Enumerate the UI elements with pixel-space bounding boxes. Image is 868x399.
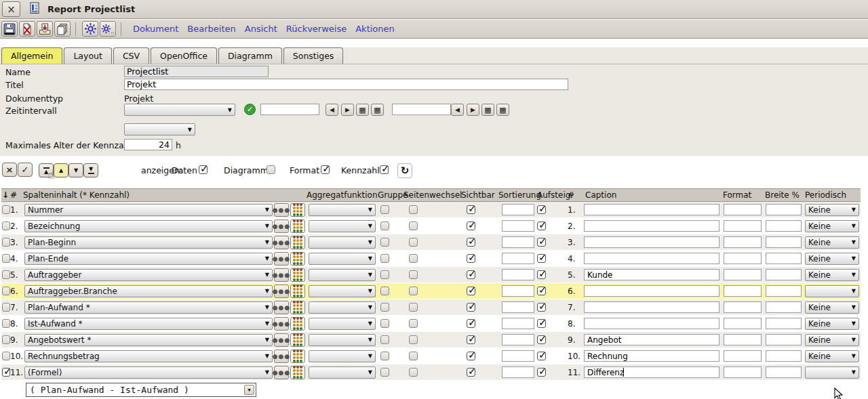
kennzahl-checkbox[interactable] — [380, 165, 389, 174]
periodisch-select[interactable]: ▼ — [805, 366, 859, 379]
seitenwechsel-checkbox[interactable] — [409, 335, 418, 344]
caption-input[interactable] — [584, 366, 719, 378]
format-input[interactable] — [724, 236, 762, 248]
sichtbar-checkbox[interactable] — [467, 238, 475, 247]
spalteninhalt-select[interactable]: Auftraggeber▼ — [24, 269, 273, 281]
periodisch-select[interactable]: Keine▼ — [805, 204, 859, 216]
periodisch-select[interactable]: Keine▼ — [805, 253, 859, 265]
ellipsis-button[interactable]: ●●● — [274, 219, 289, 233]
ellipsis-button[interactable]: ●●● — [274, 333, 289, 347]
format-input[interactable] — [724, 285, 762, 297]
configure-more-button[interactable]: .. — [100, 21, 116, 37]
caption-input[interactable] — [584, 269, 719, 280]
aggregatfunktion-select[interactable]: ▼ — [309, 236, 376, 249]
breite-input[interactable] — [766, 253, 802, 264]
row-select-checkbox[interactable] — [2, 254, 10, 263]
gruppe-checkbox[interactable] — [380, 254, 389, 263]
aufsteig-checkbox[interactable] — [537, 352, 546, 360]
row-select-checkbox[interactable] — [2, 270, 10, 279]
row-select-checkbox[interactable] — [2, 238, 10, 247]
format-input[interactable] — [724, 334, 762, 345]
sichtbar-checkbox[interactable] — [467, 352, 475, 360]
date-from-input[interactable] — [260, 104, 319, 115]
move-bottom-button[interactable]: ▼ — [83, 163, 98, 177]
periodisch-select[interactable]: Keine▼ — [805, 220, 859, 232]
aggregatfunktion-select[interactable]: ▼ — [309, 269, 376, 281]
seitenwechsel-checkbox[interactable] — [409, 222, 418, 230]
sortierung-input[interactable] — [502, 334, 534, 345]
sortierung-input[interactable] — [502, 285, 534, 297]
gruppe-checkbox[interactable] — [380, 335, 389, 344]
sichtbar-checkbox[interactable] — [467, 287, 475, 295]
format-input[interactable] — [724, 366, 762, 378]
caption-input[interactable] — [584, 285, 719, 297]
spalteninhalt-select[interactable]: Auftraggeber.Branche▼ — [24, 285, 273, 297]
kennzahl-matrix-button[interactable] — [290, 219, 305, 233]
aufsteig-checkbox[interactable] — [537, 319, 546, 328]
seitenwechsel-checkbox[interactable] — [409, 205, 418, 214]
refresh-button[interactable]: ↻ — [397, 163, 412, 178]
kennzahl-matrix-button[interactable] — [290, 285, 305, 298]
caption-input[interactable] — [584, 253, 719, 264]
configure-button[interactable] — [82, 21, 98, 37]
ellipsis-button[interactable]: ●●● — [274, 268, 289, 282]
daten-checkbox[interactable] — [199, 165, 208, 174]
caption-input[interactable] — [584, 220, 719, 232]
row-select-checkbox[interactable] — [2, 335, 10, 344]
ellipsis-button[interactable]: ●●● — [274, 301, 289, 314]
row-select-checkbox[interactable] — [2, 222, 10, 230]
date-from-calendar-icon[interactable]: ▦ — [356, 104, 369, 116]
kennzahl-matrix-button[interactable] — [290, 268, 305, 282]
formel-dropdown-button[interactable]: ▼ — [244, 385, 254, 395]
aggregatfunktion-select[interactable]: ▼ — [309, 204, 376, 216]
sort-down-icon[interactable]: ↓ — [1, 189, 10, 201]
gruppe-checkbox[interactable] — [380, 270, 389, 279]
breite-input[interactable] — [766, 366, 802, 378]
breite-input[interactable] — [766, 204, 802, 215]
save-button[interactable] — [1, 21, 18, 37]
periodisch-select[interactable]: ▼ — [805, 285, 859, 297]
menu-bearbeiten[interactable]: Bearbeiten — [187, 24, 235, 34]
formel-combobox[interactable]: ( Plan-Aufwand - Ist-Aufwand ) ▼ — [26, 383, 256, 397]
aggregatfunktion-select[interactable]: ▼ — [309, 220, 376, 232]
tab-sonstiges[interactable]: Sonstiges — [283, 47, 344, 64]
max-alter-input[interactable] — [124, 139, 172, 150]
format-checkbox[interactable] — [321, 165, 330, 174]
breite-input[interactable] — [766, 269, 802, 280]
menu-aktionen[interactable]: Aktionen — [355, 24, 395, 34]
aufsteig-checkbox[interactable] — [537, 205, 546, 214]
periodisch-select[interactable]: Keine▼ — [805, 269, 859, 281]
caption-input[interactable] — [584, 236, 719, 248]
periodisch-select[interactable]: Keine▼ — [805, 301, 859, 314]
sichtbar-checkbox[interactable] — [467, 335, 475, 344]
seitenwechsel-checkbox[interactable] — [409, 254, 418, 263]
sichtbar-checkbox[interactable] — [467, 270, 475, 279]
zeitintervall-select[interactable]: ▼ — [124, 104, 235, 116]
move-up-button[interactable]: ▲ — [54, 163, 68, 177]
aggregatfunktion-select[interactable]: ▼ — [309, 253, 376, 265]
row-select-checkbox[interactable] — [2, 205, 10, 214]
kennzahl-matrix-button[interactable] — [290, 350, 305, 363]
kennzahl-matrix-button[interactable] — [290, 366, 305, 379]
ellipsis-button[interactable]: ●●● — [274, 252, 289, 266]
sortierung-input[interactable] — [502, 366, 534, 378]
kennzahl-matrix-button[interactable] — [290, 203, 305, 217]
ellipsis-button[interactable]: ●●● — [274, 350, 289, 363]
spalteninhalt-select[interactable]: Rechnungsbetrag▼ — [24, 350, 273, 362]
copy-button[interactable] — [54, 21, 71, 37]
caption-input[interactable] — [584, 334, 719, 345]
breite-input[interactable] — [766, 285, 802, 297]
aufsteig-checkbox[interactable] — [537, 335, 546, 344]
date-from-calendar2-icon[interactable]: ▦ — [371, 104, 384, 116]
tab-diagramm[interactable]: Diagramm — [218, 47, 282, 64]
spalteninhalt-select[interactable]: (Formel)▼ — [24, 366, 273, 379]
seitenwechsel-checkbox[interactable] — [409, 270, 418, 279]
ellipsis-button[interactable]: ●●● — [274, 236, 289, 249]
format-input[interactable] — [724, 253, 762, 264]
format-input[interactable] — [724, 204, 762, 215]
format-input[interactable] — [724, 318, 762, 329]
spalteninhalt-select[interactable]: Angebotswert *▼ — [24, 334, 273, 346]
gruppe-checkbox[interactable] — [380, 222, 389, 230]
periodisch-select[interactable]: Keine▼ — [805, 236, 859, 249]
breite-input[interactable] — [766, 220, 802, 232]
